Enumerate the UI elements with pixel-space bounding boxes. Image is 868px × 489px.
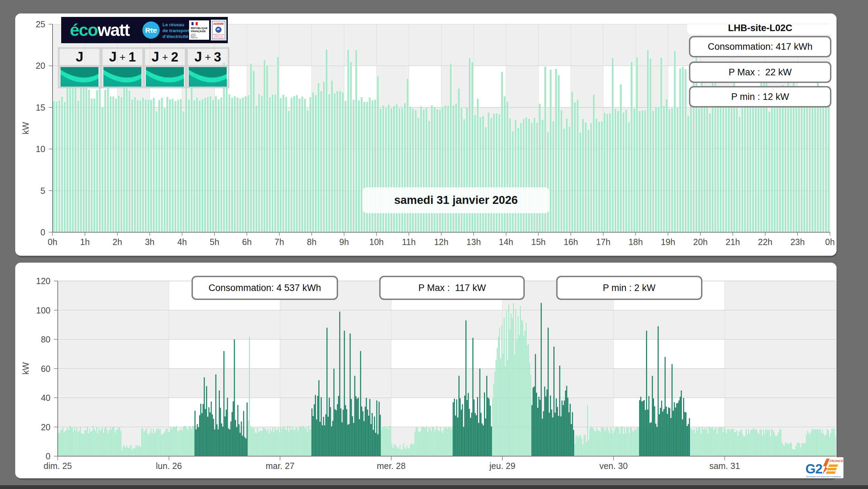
svg-text:60: 60 bbox=[41, 364, 50, 374]
svg-text:21h: 21h bbox=[726, 237, 740, 247]
svg-text:6h: 6h bbox=[242, 237, 252, 247]
svg-text:3h: 3h bbox=[145, 237, 155, 247]
svg-text:40: 40 bbox=[41, 393, 50, 403]
svg-text:J + 1: J + 1 bbox=[109, 49, 136, 64]
svg-text:Consommation: 417 kWh: Consommation: 417 kWh bbox=[708, 41, 812, 52]
svg-text:11h: 11h bbox=[402, 237, 416, 247]
svg-text:Fraternité: Fraternité bbox=[191, 37, 198, 39]
svg-text:5h: 5h bbox=[210, 237, 220, 247]
svg-text:13h: 13h bbox=[466, 237, 481, 247]
svg-text:14h: 14h bbox=[499, 237, 513, 247]
svg-text:FRANÇAISE: FRANÇAISE bbox=[191, 30, 206, 33]
svg-text:d’électricité: d’électricité bbox=[162, 34, 189, 39]
svg-text:19h: 19h bbox=[661, 237, 675, 247]
svg-text:ÉCOLOGIQUE: ÉCOLOGIQUE bbox=[214, 37, 223, 39]
svg-text:10: 10 bbox=[36, 144, 45, 154]
svg-text:P min : 12 kW: P min : 12 kW bbox=[731, 92, 789, 102]
svg-text:lun. 26: lun. 26 bbox=[156, 461, 182, 471]
svg-text:0: 0 bbox=[40, 227, 45, 237]
svg-text:2h: 2h bbox=[112, 237, 122, 247]
svg-text:5: 5 bbox=[40, 186, 45, 196]
svg-text:mar. 27: mar. 27 bbox=[265, 461, 294, 471]
svg-text:23h: 23h bbox=[790, 237, 805, 247]
svg-text:4h: 4h bbox=[177, 237, 187, 247]
svg-text:kW: kW bbox=[21, 122, 30, 135]
svg-text:15: 15 bbox=[36, 103, 45, 112]
svg-text:10h: 10h bbox=[369, 237, 384, 247]
svg-text:100: 100 bbox=[36, 305, 50, 315]
svg-text:Consommation: 4 537 kWh: Consommation: 4 537 kWh bbox=[208, 283, 321, 293]
svg-text:Optimisation des ressources én: Optimisation des ressources énergétiques bbox=[806, 476, 841, 478]
svg-text:P Max : 117 kW: P Max : 117 kW bbox=[418, 283, 486, 293]
svg-text:7h: 7h bbox=[274, 237, 284, 247]
svg-text:22h: 22h bbox=[758, 237, 773, 247]
svg-text:P min : 2 kW: P min : 2 kW bbox=[603, 283, 656, 293]
svg-text:RÉPUBLIQUE: RÉPUBLIQUE bbox=[191, 27, 208, 30]
svg-text:1h: 1h bbox=[80, 237, 90, 247]
svg-text:17h: 17h bbox=[596, 237, 610, 247]
svg-text:16h: 16h bbox=[563, 237, 578, 247]
svg-text:12h: 12h bbox=[434, 237, 449, 247]
svg-text:FRANCE: FRANCE bbox=[830, 459, 843, 463]
svg-text:0h: 0h bbox=[825, 237, 835, 247]
svg-text:P Max : 22 kW: P Max : 22 kW bbox=[729, 67, 792, 77]
svg-text:écowatt: écowatt bbox=[70, 20, 130, 40]
svg-text:J + 3: J + 3 bbox=[194, 49, 221, 64]
svg-text:ven. 30: ven. 30 bbox=[599, 461, 628, 471]
svg-text:20: 20 bbox=[41, 422, 50, 432]
svg-text:dim. 25: dim. 25 bbox=[44, 461, 72, 471]
svg-text:120: 120 bbox=[36, 276, 50, 286]
svg-text:J: J bbox=[76, 49, 83, 64]
svg-text:ADEME: ADEME bbox=[213, 22, 224, 26]
svg-text:20: 20 bbox=[36, 61, 45, 70]
svg-text:LHB-site-L02C: LHB-site-L02C bbox=[728, 23, 792, 33]
svg-text:20h: 20h bbox=[693, 237, 708, 247]
svg-text:mer. 28: mer. 28 bbox=[377, 461, 405, 471]
svg-text:25: 25 bbox=[36, 19, 45, 29]
svg-text:18h: 18h bbox=[628, 237, 643, 247]
svg-text:samedi 31 janvier 2026: samedi 31 janvier 2026 bbox=[394, 194, 518, 206]
svg-text:Le réseau: Le réseau bbox=[162, 22, 184, 27]
svg-text:0h: 0h bbox=[48, 237, 57, 247]
svg-text:jeu. 29: jeu. 29 bbox=[489, 461, 515, 471]
svg-text:kW: kW bbox=[21, 362, 30, 375]
svg-text:8h: 8h bbox=[307, 237, 317, 247]
svg-text:J + 2: J + 2 bbox=[151, 49, 178, 64]
svg-text:de transport: de transport bbox=[162, 28, 190, 33]
svg-text:0: 0 bbox=[46, 451, 50, 461]
svg-text:15h: 15h bbox=[531, 237, 546, 247]
svg-text:G2: G2 bbox=[805, 462, 822, 476]
svg-text:sam. 31: sam. 31 bbox=[709, 461, 740, 471]
svg-text:80: 80 bbox=[41, 335, 50, 344]
svg-text:9h: 9h bbox=[339, 237, 349, 247]
